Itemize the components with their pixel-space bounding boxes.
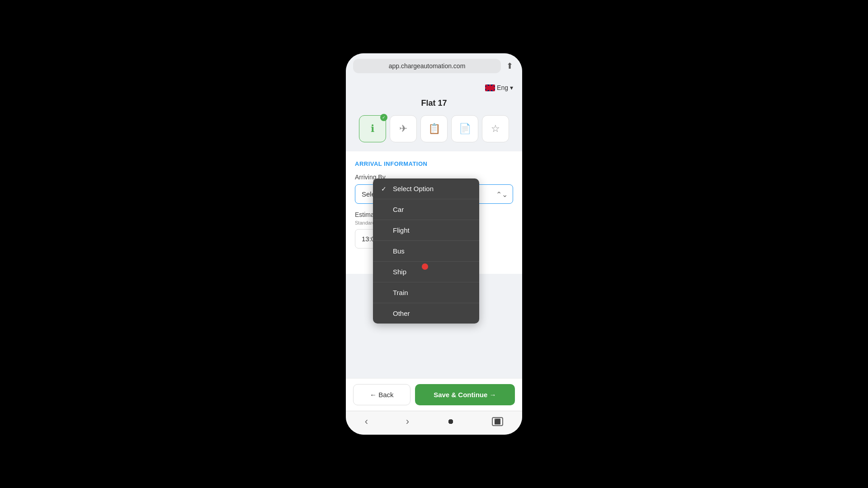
url-bar: app.chargeautomation.com [353,59,501,73]
dropdown-item-train[interactable]: ✓ Train [373,282,479,303]
cursor-dot [422,263,428,270]
main-content: Eng ▾ Flat 17 ℹ ✓ ✈ 📋 📄 ☆ [346,79,522,378]
tab-doc1[interactable]: 📋 [420,115,448,142]
dropdown-label-car: Car [393,206,404,213]
tab-star[interactable]: ☆ [482,115,509,142]
section-title: ARRIVAL INFORMATION [355,160,513,167]
save-continue-button[interactable]: Save & Continue → [415,384,515,405]
nav-forward-icon[interactable]: › [406,416,409,427]
dropdown-item-car[interactable]: ✓ Car [373,199,479,220]
dropdown-label-bus: Bus [393,247,405,255]
dropdown-label-other: Other [393,310,410,317]
back-button[interactable]: ← Back [353,384,410,405]
lang-bar: Eng ▾ [346,79,522,95]
share-icon: ⬆ [506,61,513,70]
lang-code: Eng [497,84,508,91]
property-title: Flat 17 [346,95,522,115]
url-text: app.chargeautomation.com [389,62,466,70]
bottom-buttons: ← Back Save & Continue → [346,378,522,411]
doc2-icon: 📄 [459,123,471,135]
nav-back-icon[interactable]: ‹ [365,416,368,427]
dropdown-item-other[interactable]: ✓ Other [373,303,479,324]
dropdown-label-flight: Flight [393,226,410,234]
doc1-icon: 📋 [428,123,440,135]
info-icon: ℹ [371,123,374,135]
form-area: ARRIVAL INFORMATION Arriving By Select O… [346,151,522,258]
check-icon: ✓ [381,185,388,192]
dropdown-overlay: ✓ Select Option ✓ Car ✓ Flight ✓ Bus ✓ [373,178,479,324]
dropdown-label-ship: Ship [393,268,406,276]
nav-home-icon[interactable]: ⏺ [447,418,454,426]
arrival-icon: ✈ [399,123,407,135]
tab-arrival[interactable]: ✈ [390,115,417,142]
dropdown-item-select[interactable]: ✓ Select Option [373,178,479,199]
tab-info[interactable]: ℹ ✓ [359,115,386,142]
nav-tabs-icon[interactable]: ⬛ [492,417,503,426]
bottom-nav: ‹ › ⏺ ⬛ [346,411,522,435]
tab-doc2[interactable]: 📄 [451,115,478,142]
share-button[interactable]: ⬆ [505,59,515,73]
flag-icon [485,84,495,91]
browser-bar: app.chargeautomation.com ⬆ [346,53,522,79]
lang-chevron: ▾ [510,84,513,91]
dropdown-label-train: Train [393,289,408,296]
dropdown-label-select: Select Option [393,185,434,192]
dropdown-item-flight[interactable]: ✓ Flight [373,220,479,241]
check-badge: ✓ [380,114,387,121]
dropdown-item-bus[interactable]: ✓ Bus [373,241,479,262]
language-button[interactable]: Eng ▾ [485,84,513,91]
tabs-row: ℹ ✓ ✈ 📋 📄 ☆ [346,115,522,151]
star-icon: ☆ [491,123,500,135]
